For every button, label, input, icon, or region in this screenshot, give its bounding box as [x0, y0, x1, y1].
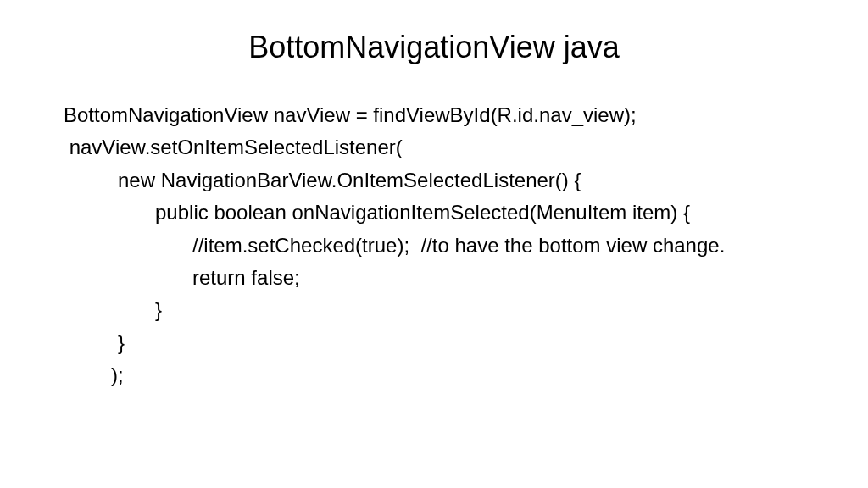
code-line-4: public boolean onNavigationItemSelected(…	[64, 197, 804, 229]
code-line-2: navView.setOnItemSelectedListener(	[64, 131, 804, 164]
code-line-8: }	[64, 327, 804, 359]
slide-title: BottomNavigationView java	[64, 30, 804, 65]
code-line-3: new NavigationBarView.OnItemSelectedList…	[64, 164, 804, 197]
code-block: BottomNavigationView navView = findViewB…	[64, 99, 804, 392]
code-line-1: BottomNavigationView navView = findViewB…	[64, 99, 804, 131]
code-line-7: }	[64, 294, 804, 326]
code-line-6: return false;	[64, 262, 804, 294]
code-line-5: //item.setChecked(true); //to have the b…	[64, 230, 804, 262]
code-line-9: );	[64, 359, 804, 391]
